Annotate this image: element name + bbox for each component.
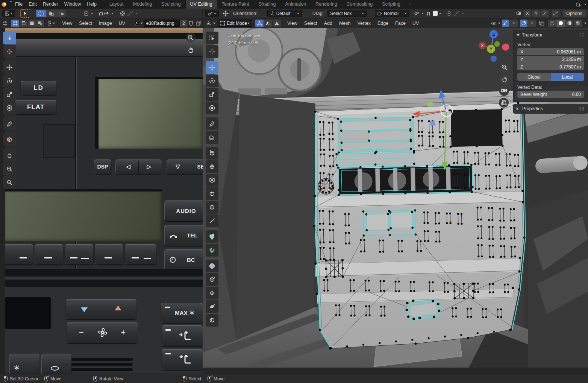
gizmos-button[interactable] — [502, 20, 509, 27]
axis-x-pos-ball[interactable] — [502, 44, 509, 51]
uv-zoom-button[interactable] — [185, 32, 196, 45]
v3d-menu-view[interactable]: View — [284, 18, 301, 28]
vertex-select-mode-button[interactable] — [255, 20, 264, 27]
local-button[interactable]: Local — [551, 73, 584, 81]
tool-transform[interactable] — [206, 102, 218, 114]
gizmos-caret[interactable] — [510, 20, 518, 27]
mode-dropdown[interactable]: Edit Mode — [218, 20, 252, 27]
v3d-editor-type-button[interactable] — [205, 20, 216, 27]
blender-logo-icon[interactable] — [0, 0, 8, 9]
zoom-button[interactable] — [500, 62, 509, 72]
proportional-editing-button[interactable] — [119, 10, 126, 17]
axis-y-neg-ball[interactable] — [494, 41, 500, 47]
panel-grip-icon[interactable]: ⣿⣿ — [578, 107, 585, 111]
tab-uv-editing[interactable]: UV Editing — [186, 0, 217, 9]
tool-scale[interactable] — [206, 88, 218, 101]
v3d-viewport[interactable]: Z X Y User Perspective — [203, 28, 588, 374]
image-users-count[interactable]: 2 — [180, 20, 187, 27]
uv-sync-select-button[interactable] — [2, 20, 9, 27]
vertex-x-field[interactable]: X-0.062081 m — [517, 48, 584, 55]
tool-shear[interactable] — [206, 300, 218, 313]
tool-measure[interactable] — [206, 131, 218, 144]
tab-shading[interactable]: Shading — [254, 0, 281, 9]
tool-zoom-out[interactable] — [3, 176, 16, 189]
mirror-z-button[interactable]: Z — [541, 10, 549, 17]
tool-tweak[interactable] — [206, 32, 218, 44]
solid-shading-button[interactable] — [556, 20, 565, 27]
uv-menu-image[interactable]: Image — [95, 18, 115, 28]
edge-select-mode-button[interactable] — [264, 20, 272, 27]
tool-rotate[interactable] — [206, 74, 218, 87]
uv-sticky-select-button[interactable] — [47, 20, 56, 27]
orientation-dropdown[interactable]: Default — [267, 10, 302, 17]
uv-face-select-button[interactable] — [28, 20, 36, 27]
fake-user-shield-icon[interactable] — [187, 20, 195, 27]
tool-loop-cut[interactable] — [206, 201, 218, 214]
tool-move[interactable] — [3, 61, 16, 74]
tab-scripting[interactable]: Scripting — [377, 0, 405, 9]
snap-magnet-button[interactable] — [424, 10, 432, 17]
console-mesh[interactable] — [311, 102, 527, 350]
v3d-menu-uv[interactable]: UV — [409, 18, 422, 28]
tool-rip-region[interactable] — [206, 314, 218, 327]
transform-panel-header[interactable]: Transform ⣿⣿ — [514, 30, 588, 40]
uv-editor-canvas[interactable]: LD FLAT DSP ◁ ▷ ▽ SE — [0, 28, 203, 374]
tool-pan[interactable] — [3, 149, 16, 162]
tool-extrude[interactable] — [206, 160, 218, 173]
tool-cursor[interactable] — [206, 45, 218, 58]
gizmo-plane-z[interactable] — [430, 121, 435, 126]
snap-element-swatch[interactable] — [432, 10, 442, 17]
uv-select-mode-lasso[interactable] — [46, 10, 56, 17]
global-button[interactable]: Global — [517, 73, 551, 81]
tab-texture-paint[interactable]: Texture Paint — [217, 0, 254, 9]
wireframe-shading-button[interactable] — [548, 20, 556, 27]
v3d-menu-add[interactable]: Add — [321, 18, 336, 28]
mirror-x-button[interactable]: X — [524, 10, 531, 17]
scene-selector[interactable] — [575, 0, 588, 9]
uv-island-select-button[interactable] — [36, 20, 44, 27]
v3d-menu-mesh[interactable]: Mesh — [336, 18, 354, 28]
menu-render[interactable]: Render — [40, 0, 61, 9]
rendered-shading-button[interactable] — [574, 20, 582, 27]
tool-spin[interactable] — [206, 244, 218, 257]
overlays-caret[interactable] — [528, 20, 536, 27]
tool-annotate[interactable] — [3, 117, 16, 130]
material-shading-button[interactable] — [565, 20, 573, 27]
tab-layout[interactable]: Layout — [105, 0, 129, 9]
shading-caret[interactable] — [584, 23, 586, 25]
tool-shrink-fatten[interactable] — [206, 287, 218, 299]
tool-bevel[interactable] — [206, 187, 218, 200]
bevel-weight-field[interactable]: Bevel Weight0.00 — [517, 91, 584, 98]
uv-menu-view[interactable]: View — [59, 18, 76, 28]
transform-pivot-dropdown[interactable]: Normal — [375, 10, 409, 17]
drag-dropdown[interactable]: Select Box — [327, 10, 367, 17]
tool-move[interactable] — [206, 61, 218, 74]
tool-inset[interactable] — [206, 174, 218, 187]
tool-rotate[interactable] — [3, 74, 16, 87]
menu-file[interactable]: File — [12, 0, 26, 9]
uv-select-mode-paint[interactable] — [56, 10, 66, 17]
menu-edit[interactable]: Edit — [26, 0, 40, 9]
axis-z-neg-ball[interactable] — [491, 56, 497, 62]
tab-animation[interactable]: Animation — [281, 0, 311, 9]
falloff-curve-button[interactable] — [453, 10, 465, 17]
tool-knife[interactable] — [206, 214, 218, 227]
xray-toggle-button[interactable] — [538, 20, 546, 27]
tab-rendering[interactable]: Rendering — [311, 0, 342, 9]
v3d-menu-select[interactable]: Select — [301, 18, 321, 28]
tool-poly-build[interactable] — [206, 230, 218, 243]
face-select-mode-button[interactable] — [273, 20, 281, 27]
tab-compositing[interactable]: Compositing — [342, 0, 377, 9]
image-name-field[interactable]: e38Radio.png — [144, 20, 180, 27]
tool-add-cube[interactable] — [206, 147, 218, 160]
options-button[interactable]: Options — [563, 10, 586, 17]
snap-with-button[interactable] — [413, 10, 424, 17]
vertex-y-field[interactable]: Y2.1256 m — [517, 56, 584, 63]
show-object-types-button[interactable] — [490, 20, 501, 27]
properties-panel-header[interactable]: Properties ⣿⣿ — [514, 104, 588, 113]
uv-select-mode-box[interactable] — [36, 10, 46, 17]
tab-modeling[interactable]: Modeling — [128, 0, 157, 9]
add-workspace-button[interactable]: + — [405, 0, 415, 9]
tool-annotate[interactable] — [206, 117, 218, 130]
snap-toggle-button[interactable] — [98, 10, 114, 17]
